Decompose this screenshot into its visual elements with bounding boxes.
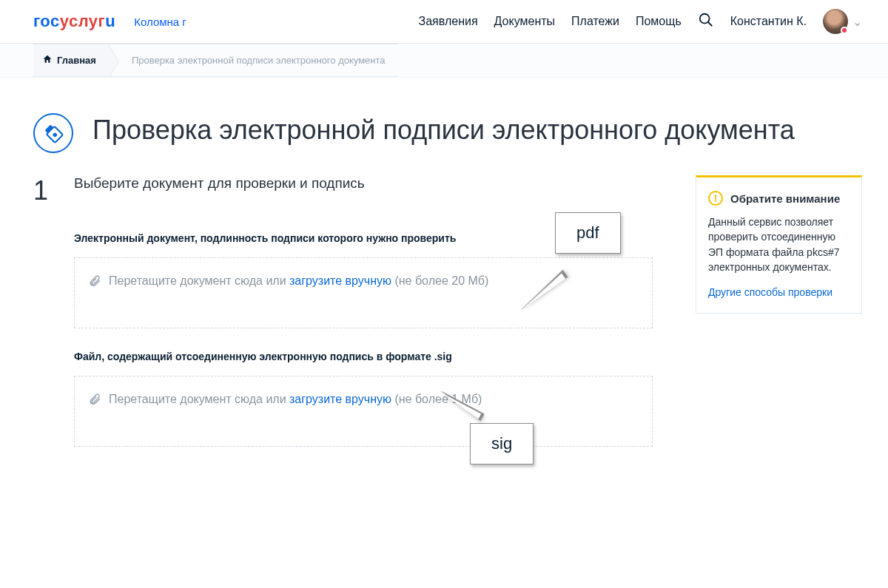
svg-line-1 bbox=[708, 22, 713, 27]
breadcrumb-current-label: Проверка электронной подписи электронног… bbox=[117, 55, 386, 66]
upload-document-link[interactable]: загрузите вручную bbox=[289, 274, 391, 287]
paperclip-icon bbox=[88, 274, 101, 291]
dropzone-signature-drag: Перетащите документ сюда или bbox=[109, 393, 289, 405]
dropzone-document-drag: Перетащите документ сюда или bbox=[109, 274, 289, 287]
chevron-down-icon: ⌄ bbox=[852, 15, 862, 29]
notice-box: ! Обратите внимание Данный сервис позвол… bbox=[696, 175, 862, 314]
breadcrumb: Главная Проверка электронной подписи эле… bbox=[0, 44, 888, 78]
logo-part-u: u bbox=[105, 12, 115, 31]
breadcrumb-home-label: Главная bbox=[57, 55, 96, 66]
sidebar: ! Обратите внимание Данный сервис позвол… bbox=[696, 175, 862, 314]
home-icon bbox=[42, 54, 53, 67]
avatar bbox=[823, 9, 848, 34]
city-selector[interactable]: Коломна г bbox=[134, 16, 186, 28]
paperclip-icon bbox=[88, 393, 101, 409]
notice-header: ! Обратите внимание bbox=[708, 191, 850, 206]
notice-title: Обратите внимание bbox=[730, 192, 840, 205]
annotation-pdf-label: pdf bbox=[576, 223, 599, 242]
logo[interactable]: госуслугu bbox=[33, 12, 115, 31]
svg-point-4 bbox=[52, 132, 58, 138]
page-title: Проверка электронной подписи электронног… bbox=[92, 113, 795, 146]
dropzone-document-hint: (не более 20 Мб) bbox=[391, 274, 488, 287]
dropzone-signature[interactable]: Перетащите документ сюда или загрузите в… bbox=[74, 376, 653, 447]
step-title: Выберите документ для проверки и подпись bbox=[74, 175, 653, 192]
dropzone-document[interactable]: Перетащите документ сюда или загрузите в… bbox=[74, 257, 653, 328]
page-title-col: Проверка электронной подписи электронног… bbox=[92, 113, 795, 153]
other-methods-link[interactable]: Другие способы проверки bbox=[708, 286, 832, 298]
content: 1 Выберите документ для проверки и подпи… bbox=[0, 153, 888, 469]
nav-documents[interactable]: Документы bbox=[494, 15, 555, 28]
username[interactable]: Константин К. bbox=[730, 15, 807, 28]
nav-help[interactable]: Помощь bbox=[636, 15, 682, 28]
user-menu[interactable]: ⌄ bbox=[823, 9, 862, 34]
page-title-row: Проверка электронной подписи электронног… bbox=[0, 78, 888, 153]
svg-point-0 bbox=[700, 14, 710, 24]
usb-key-icon bbox=[25, 105, 81, 161]
step-number-col: 1 bbox=[33, 175, 74, 206]
notice-body: Данный сервис позволяет проверить отсоед… bbox=[708, 214, 850, 274]
field-signature: Файл, содержащий отсоединенную электронн… bbox=[74, 351, 653, 447]
step-number: 1 bbox=[33, 175, 74, 206]
search-icon[interactable] bbox=[698, 12, 714, 31]
warning-icon: ! bbox=[708, 191, 723, 206]
nav-applications[interactable]: Заявления bbox=[419, 15, 478, 28]
annotation-sig: sig bbox=[470, 423, 534, 464]
dropzone-signature-text: Перетащите документ сюда или загрузите в… bbox=[109, 393, 482, 406]
field-signature-label: Файл, содержащий отсоединенную электронн… bbox=[74, 351, 653, 362]
dropzone-document-text: Перетащите документ сюда или загрузите в… bbox=[109, 274, 488, 288]
annotation-sig-label: sig bbox=[491, 434, 512, 453]
upload-signature-link[interactable]: загрузите вручную bbox=[289, 393, 391, 405]
nav-payments[interactable]: Платежи bbox=[571, 15, 619, 28]
annotation-pdf: pdf bbox=[555, 212, 621, 254]
breadcrumb-current: Проверка электронной подписи электронног… bbox=[108, 44, 397, 77]
logo-part-gos: гос bbox=[33, 12, 60, 31]
notification-dot-icon bbox=[841, 27, 848, 34]
header: госуслугu Коломна г Заявления Документы … bbox=[0, 0, 888, 44]
top-nav: Заявления Документы Платежи Помощь Конст… bbox=[419, 9, 862, 34]
form: Выберите документ для проверки и подпись… bbox=[74, 175, 653, 469]
page-icon-col bbox=[33, 113, 92, 153]
breadcrumb-home[interactable]: Главная bbox=[33, 44, 108, 77]
logo-part-uslugi: услуг bbox=[60, 12, 106, 31]
